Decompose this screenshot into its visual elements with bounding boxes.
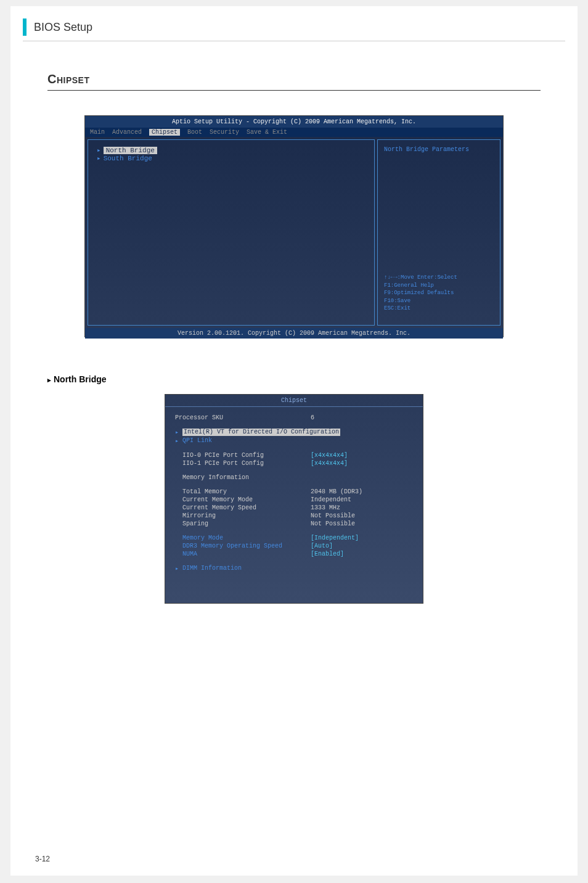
label-mem-mode: Memory Mode [175,535,311,541]
label-total-mem: Total Memory [175,488,311,495]
row-dimm-info: ▸ DIMM Information [175,565,413,572]
bios-item-north-bridge: North Bridge [104,147,157,154]
submenu-arrow-icon: ▸ [97,147,101,154]
section-title-divider [47,90,541,91]
page-number: 3-12 [35,855,50,863]
row-mem-info: Memory Information [175,474,413,481]
bios-tab-advanced: Advanced [112,129,142,136]
help-line-esc: ESC:Exit [384,305,457,313]
submenu-arrow-icon: ▸ [175,565,180,572]
header-title: BIOS Setup [34,21,92,34]
value-processor-sku: 6 [311,414,314,421]
item-vt-config: Intel(R) VT for Directed I/O Configurati… [182,429,340,436]
bios-tab-chipset: Chipset [149,129,180,136]
value-total-mem: 2048 MB (DDR3) [311,488,362,495]
submenu-arrow-icon: ▸ [97,155,101,162]
value-sparing: Not Possible [311,520,355,527]
value-cur-mode: Independent [311,496,351,503]
bios-body: ▸North Bridge ▸South Bridge North Bridge… [85,137,503,328]
label-cur-mode: Current Memory Mode [175,496,311,503]
subsection-north-bridge: ▸North Bridge [47,374,541,384]
bios-screenshot-north-bridge: Chipset Processor SKU 6 ▸ Intel(R) VT fo… [165,394,423,604]
value-cur-speed: 1333 MHz [311,504,340,511]
bios-tab-main: Main [90,129,105,136]
page-content: Chipset Aptio Setup Utility - Copyright … [10,41,578,622]
row-total-mem: Total Memory 2048 MB (DDR3) [175,488,413,495]
submenu-arrow-icon: ▸ [175,429,180,436]
label-mirroring: Mirroring [175,512,311,519]
help-line-f9: F9:Optimized Defaults [384,289,457,297]
document-page: BIOS Setup Chipset Aptio Setup Utility -… [10,6,578,876]
page-header: BIOS Setup [10,6,578,36]
row-numa: NUMA [Enabled] [175,551,413,557]
bios-help-text: ↑↓←→:Move Enter:Select F1:General Help F… [384,274,457,313]
value-mirroring: Not Possible [311,512,355,519]
label-cur-speed: Current Memory Speed [175,504,311,511]
row-cur-speed: Current Memory Speed 1333 MHz [175,504,413,511]
section-title-text: Chipset [47,72,90,86]
row-processor-sku: Processor SKU 6 [175,414,413,421]
help-line-f1: F1:General Help [384,282,457,290]
value-iio0: [x4x4x4x4] [311,452,348,459]
row-mirroring: Mirroring Not Possible [175,512,413,519]
value-ddr3-speed: [Auto] [311,543,333,549]
value-mem-mode: [Independent] [311,535,359,541]
item-qpi-link: QPI Link [182,437,318,445]
bios-item-south-bridge: South Bridge [104,155,152,162]
label-mem-info: Memory Information [175,474,311,481]
bios-bottom-bar: Version 2.00.1201. Copyright (C) 2009 Am… [85,328,503,339]
submenu-arrow-icon: ▸ [47,376,51,384]
label-numa: NUMA [175,551,311,557]
bios2-header: Chipset [165,395,423,407]
bios-item-north-bridge-row: ▸North Bridge [97,146,365,154]
bios-screenshot-chipset: Aptio Setup Utility - Copyright (C) 2009… [84,115,504,337]
row-cur-mode: Current Memory Mode Independent [175,496,413,503]
label-iio1: IIO-1 PCIe Port Config [175,460,311,467]
bios-top-bar: Aptio Setup Utility - Copyright (C) 2009… [85,116,503,128]
help-line-f10: F10:Save [384,297,457,305]
row-qpi-link: ▸ QPI Link [175,437,413,445]
value-iio1: [x4x4x4x4] [311,460,348,467]
value-numa: [Enabled] [311,551,344,557]
row-iio0: IIO-0 PCIe Port Config [x4x4x4x4] [175,452,413,459]
help-line-move: ↑↓←→:Move Enter:Select [384,274,457,282]
bios-right-panel: North Bridge Parameters ↑↓←→:Move Enter:… [377,139,500,326]
bios-item-south-bridge-row: ▸South Bridge [97,154,365,162]
item-dimm-info: DIMM Information [182,565,318,572]
bios-tab-bar: Main Advanced Chipset Boot Security Save… [85,128,503,137]
label-processor-sku: Processor SKU [175,414,311,421]
bios-right-title: North Bridge Parameters [384,146,494,153]
row-ddr3-speed: DDR3 Memory Operating Speed [Auto] [175,543,413,549]
bios2-body: Processor SKU 6 ▸ Intel(R) VT for Direct… [165,407,423,580]
label-sparing: Sparing [175,520,311,527]
bios-left-panel: ▸North Bridge ▸South Bridge [88,139,375,326]
bios-tab-security: Security [210,129,239,136]
label-ddr3-speed: DDR3 Memory Operating Speed [175,543,311,549]
row-iio1: IIO-1 PCIe Port Config [x4x4x4x4] [175,460,413,467]
bios-tab-save-exit: Save & Exit [247,129,287,136]
bios-tab-boot: Boot [187,129,202,136]
row-mem-mode: Memory Mode [Independent] [175,535,413,541]
submenu-arrow-icon: ▸ [175,437,180,445]
section-title: Chipset [47,72,541,86]
row-sparing: Sparing Not Possible [175,520,413,527]
subsection-title-text: North Bridge [54,374,107,384]
header-accent-bar [23,18,27,36]
label-iio0: IIO-0 PCIe Port Config [175,452,311,459]
row-vt-config: ▸ Intel(R) VT for Directed I/O Configura… [175,429,413,436]
